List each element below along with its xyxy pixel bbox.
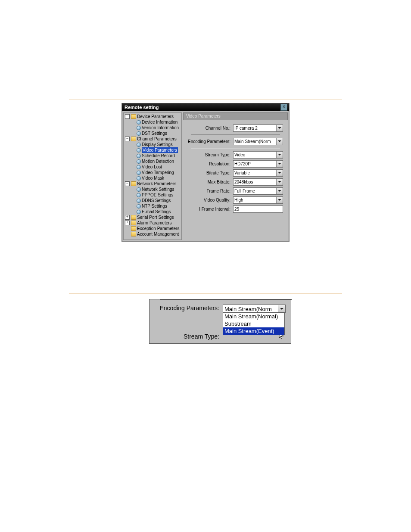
collapse-icon[interactable]: − <box>125 181 130 186</box>
tree-label: Video Tampering <box>142 170 174 175</box>
tree-device-parameters[interactable]: − Device Parameters <box>125 114 181 119</box>
dropdown-options-list[interactable]: Main Stream(Normal) Substream Main Strea… <box>223 312 285 335</box>
tree-label: PPPOE Settings <box>142 192 173 198</box>
tree-label: Network Settings <box>142 187 174 192</box>
combo-channel-no[interactable]: IP camera 2 <box>233 124 283 132</box>
tree-label: Schedule Record <box>142 153 175 159</box>
input-iframe-interval[interactable]: 25 <box>233 205 283 213</box>
leaf-icon <box>137 148 141 152</box>
tree-label: Video Mask <box>142 175 164 181</box>
tree-video-lost[interactable]: Video Lost <box>125 164 181 170</box>
tree-video-parameters[interactable]: Video Parameters <box>125 147 181 153</box>
combo-value: Main Stream(Norm <box>234 139 271 144</box>
tree-network-parameters[interactable]: − Network Parameters <box>125 181 181 187</box>
close-icon[interactable]: × <box>280 104 287 111</box>
tree-label: Device Parameters <box>137 114 174 119</box>
leaf-icon <box>137 199 141 203</box>
leaf-icon <box>137 120 141 124</box>
label-iframe-interval: I Frame Interval: <box>187 207 230 212</box>
leaf-icon <box>137 154 141 158</box>
collapse-icon[interactable]: − <box>125 114 130 119</box>
chevron-down-icon[interactable] <box>276 170 283 176</box>
folder-icon <box>131 232 136 236</box>
chevron-down-icon[interactable] <box>276 179 283 185</box>
tree-label: Channel Parameters <box>137 136 177 142</box>
tree-label: Display Settings <box>142 142 173 147</box>
tree-version-information[interactable]: Version Information <box>125 125 181 131</box>
label-video-quality: Video Quality: <box>187 198 230 202</box>
combo-stream-type[interactable]: Video <box>233 151 283 159</box>
tree-alarm-parameters[interactable]: + Alarm Parameters <box>125 220 181 226</box>
label-channel-no: Channel No.: <box>187 126 230 131</box>
combo-value: 2048kbps <box>234 180 253 184</box>
tree-exception-parameters[interactable]: Exception Parameters <box>125 226 181 231</box>
leaf-icon <box>137 204 141 208</box>
leaf-icon <box>137 210 141 214</box>
leaf-icon <box>137 159 141 164</box>
tree-device-information[interactable]: Device Information <box>125 119 181 125</box>
folder-icon <box>131 137 136 141</box>
chevron-down-icon[interactable] <box>276 161 283 167</box>
chevron-down-icon[interactable] <box>276 188 283 194</box>
tree-label: Exception Parameters <box>137 226 179 231</box>
leaf-icon <box>137 171 141 175</box>
tree-motion-detection[interactable]: Motion Detection <box>125 159 181 164</box>
tree-email-settings[interactable]: E-mail Settings <box>125 209 181 215</box>
combo-max-bitrate[interactable]: 2048kbps <box>233 178 283 186</box>
section-title: Video Parameters <box>183 112 288 120</box>
label-encoding-parameters-large: Encoding Parameters: <box>151 305 219 311</box>
tree-ntp-settings[interactable]: NTP Settings <box>125 203 181 209</box>
encoding-dropdown-detail: Encoding Parameters: Main Stream(Norm Ma… <box>149 299 291 344</box>
tree-network-settings[interactable]: Network Settings <box>125 187 181 192</box>
combo-frame-rate[interactable]: Full Frame <box>233 187 283 195</box>
tree-label: Device Information <box>142 119 177 125</box>
tree-label: DST Settings <box>142 131 167 136</box>
option-substream[interactable]: Substream <box>223 320 284 327</box>
tree-ddns-settings[interactable]: DDNS Settings <box>125 198 181 203</box>
combo-video-quality[interactable]: High <box>233 196 283 204</box>
label-stream-type-large: Stream Type: <box>151 333 219 340</box>
tree-account-management[interactable]: Account Management <box>125 231 181 237</box>
combo-encoding-parameters-large[interactable]: Main Stream(Norm <box>223 305 286 313</box>
tree-schedule-record[interactable]: Schedule Record <box>125 153 181 159</box>
leaf-icon <box>137 131 141 136</box>
chevron-down-icon[interactable] <box>276 125 283 131</box>
window-titlebar[interactable]: Remote setting × <box>122 103 289 111</box>
chevron-down-icon[interactable] <box>276 138 283 145</box>
tree-label: NTP Settings <box>142 203 167 209</box>
label-encoding-parameters: Encoding Parameters: <box>187 139 230 144</box>
expand-icon[interactable]: + <box>125 215 130 220</box>
leaf-icon <box>137 187 141 192</box>
tree-pppoe-settings[interactable]: PPPOE Settings <box>125 192 181 198</box>
combo-encoding-parameters[interactable]: Main Stream(Norm <box>233 138 283 145</box>
option-main-stream-event[interactable]: Main Stream(Event) <box>223 327 284 335</box>
chevron-down-icon[interactable] <box>276 152 283 158</box>
chevron-down-icon[interactable] <box>276 197 283 203</box>
folder-icon <box>131 221 136 225</box>
option-main-stream-normal[interactable]: Main Stream(Normal) <box>223 313 284 320</box>
tree-label-selected: Video Parameters <box>142 147 178 153</box>
collapse-icon[interactable]: − <box>125 137 130 141</box>
tree-display-settings[interactable]: Display Settings <box>125 142 181 147</box>
tree-video-tampering[interactable]: Video Tampering <box>125 170 181 175</box>
combo-bitrate-type[interactable]: Variable <box>233 169 283 177</box>
tree-channel-parameters[interactable]: − Channel Parameters <box>125 136 181 142</box>
settings-tree[interactable]: − Device Parameters Device Information V… <box>123 112 182 240</box>
tree-video-mask[interactable]: Video Mask <box>125 175 181 181</box>
label-resolution: Resolution: <box>187 162 230 166</box>
label-max-bitrate: Max Bitrate: <box>187 180 230 184</box>
tree-label: Network Parameters <box>137 181 176 187</box>
tree-dst-settings[interactable]: DST Settings <box>125 131 181 136</box>
label-frame-rate: Frame Rate: <box>187 189 230 193</box>
folder-icon <box>131 181 136 186</box>
tree-serial-port-settings[interactable]: + Serial Port Settings <box>125 215 181 220</box>
chevron-down-icon[interactable] <box>278 305 285 313</box>
combo-resolution[interactable]: HD720P <box>233 160 283 168</box>
tree-label: Alarm Parameters <box>137 220 172 226</box>
combo-value: IP camera 2 <box>234 126 258 131</box>
leaf-icon <box>137 126 141 130</box>
folder-icon <box>131 226 136 231</box>
expand-icon[interactable]: + <box>125 221 130 225</box>
combo-value: Video <box>234 152 245 157</box>
divider <box>191 148 280 149</box>
